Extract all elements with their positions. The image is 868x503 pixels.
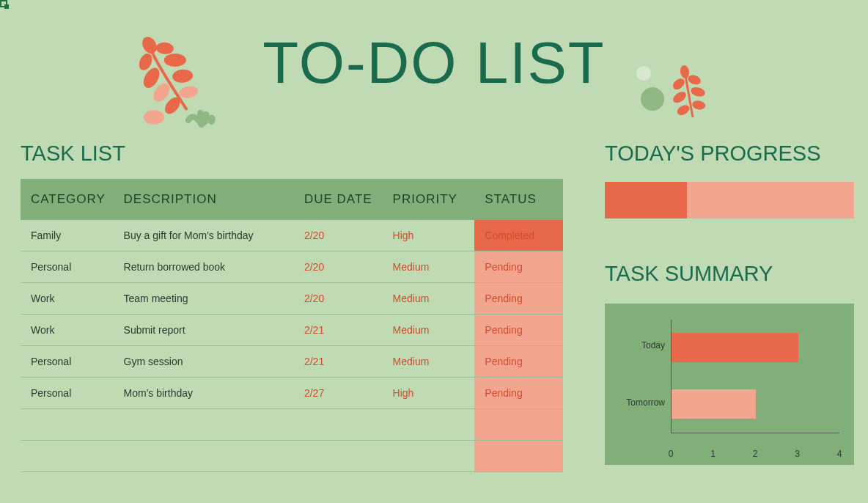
- cell-priority[interactable]: Medium: [383, 283, 475, 315]
- cell-category[interactable]: Work: [21, 315, 114, 346]
- table-row-empty[interactable]: [21, 441, 563, 472]
- cell-description[interactable]: Gym session: [114, 346, 294, 378]
- table-row[interactable]: PersonalMom's birthday2/27HighPending: [21, 378, 563, 409]
- cell-due[interactable]: 2/21: [294, 346, 383, 378]
- cell-due[interactable]: 2/27: [294, 378, 383, 409]
- summary-chart: Today Tomorrow 01234: [605, 304, 854, 465]
- cell-priority[interactable]: Medium: [383, 315, 475, 346]
- cell-empty[interactable]: [383, 409, 475, 441]
- cell-category[interactable]: Work: [21, 283, 114, 315]
- table-row[interactable]: PersonalGym session2/21MediumPending: [21, 346, 563, 378]
- cell-empty[interactable]: [294, 409, 383, 441]
- cell-category[interactable]: Personal: [21, 252, 114, 283]
- summary-heading: TASK SUMMARY: [605, 262, 854, 286]
- cell-empty-status[interactable]: [474, 441, 563, 472]
- cell-priority[interactable]: High: [383, 220, 475, 252]
- cell-description[interactable]: Return borrowed book: [114, 252, 294, 283]
- cell-description[interactable]: Submit report: [114, 315, 294, 346]
- cell-due[interactable]: 2/20: [294, 283, 383, 315]
- task-table-header-row: CATEGORY DESCRIPTION DUE DATE PRIORITY S…: [21, 179, 563, 220]
- cell-description[interactable]: Buy a gift for Mom's birthday: [114, 220, 294, 252]
- cell-description[interactable]: Team meeting: [114, 283, 294, 315]
- cell-category[interactable]: Personal: [21, 378, 114, 409]
- cell-empty-status[interactable]: [474, 409, 563, 441]
- cell-priority[interactable]: High: [383, 378, 475, 409]
- cell-empty[interactable]: [114, 409, 294, 441]
- task-list-heading: TASK LIST: [21, 142, 563, 166]
- cell-empty[interactable]: [21, 441, 114, 472]
- chart-ylabel-tomorrow: Tomorrow: [614, 397, 665, 408]
- cell-status[interactable]: Pending: [474, 378, 563, 409]
- chart-xtick: 4: [837, 449, 842, 459]
- col-header-description[interactable]: DESCRIPTION: [114, 179, 294, 220]
- col-header-priority[interactable]: PRIORITY: [383, 179, 475, 220]
- task-table: CATEGORY DESCRIPTION DUE DATE PRIORITY S…: [21, 179, 563, 472]
- cell-status[interactable]: Pending: [474, 315, 563, 346]
- page-title: TO-DO LIST: [0, 29, 868, 97]
- col-header-category[interactable]: CATEGORY: [21, 179, 114, 220]
- cell-due[interactable]: 2/21: [294, 315, 383, 346]
- col-header-status[interactable]: STATUS: [474, 179, 563, 220]
- svg-point-12: [675, 103, 691, 117]
- table-row[interactable]: FamilyBuy a gift for Mom's birthday2/20H…: [21, 220, 563, 252]
- cell-status[interactable]: Pending: [474, 283, 563, 315]
- svg-point-9: [144, 110, 164, 125]
- progress-heading: TODAY'S PROGRESS: [605, 142, 854, 166]
- cell-status[interactable]: Completed: [474, 220, 563, 252]
- chart-ylabel-today: Today: [614, 340, 665, 350]
- cell-priority[interactable]: Medium: [383, 252, 475, 283]
- table-row-empty[interactable]: [21, 409, 563, 441]
- cell-description[interactable]: Mom's birthday: [114, 378, 294, 409]
- cell-category[interactable]: Personal: [21, 346, 114, 378]
- cell-empty[interactable]: [114, 441, 294, 472]
- cell-empty[interactable]: [383, 441, 475, 472]
- progress-bar: [605, 182, 854, 219]
- table-row[interactable]: WorkTeam meeting2/20MediumPending: [21, 283, 563, 315]
- cell-status[interactable]: Pending: [474, 252, 563, 283]
- chart-plot-area: [671, 320, 839, 433]
- cell-empty[interactable]: [21, 409, 114, 441]
- table-row[interactable]: PersonalReturn borrowed book2/20MediumPe…: [21, 252, 563, 283]
- cell-due[interactable]: 2/20: [294, 252, 383, 283]
- cell-selection-indicator[interactable]: [0, 0, 7, 7]
- chart-xtick: 0: [669, 449, 674, 459]
- cell-due[interactable]: 2/20: [294, 220, 383, 252]
- chart-xtick: 2: [753, 449, 758, 459]
- chart-bar: [672, 389, 756, 419]
- col-header-due[interactable]: DUE DATE: [294, 179, 383, 220]
- cell-status[interactable]: Pending: [474, 346, 563, 378]
- chart-xtick: 1: [710, 449, 716, 459]
- svg-point-13: [691, 100, 706, 111]
- table-row[interactable]: WorkSubmit report2/21MediumPending: [21, 315, 563, 346]
- progress-fill: [605, 182, 687, 219]
- cell-category[interactable]: Family: [21, 220, 114, 252]
- chart-bar: [672, 333, 798, 362]
- chart-xtick: 3: [795, 449, 800, 459]
- cell-priority[interactable]: Medium: [383, 346, 475, 378]
- cell-empty[interactable]: [294, 441, 383, 472]
